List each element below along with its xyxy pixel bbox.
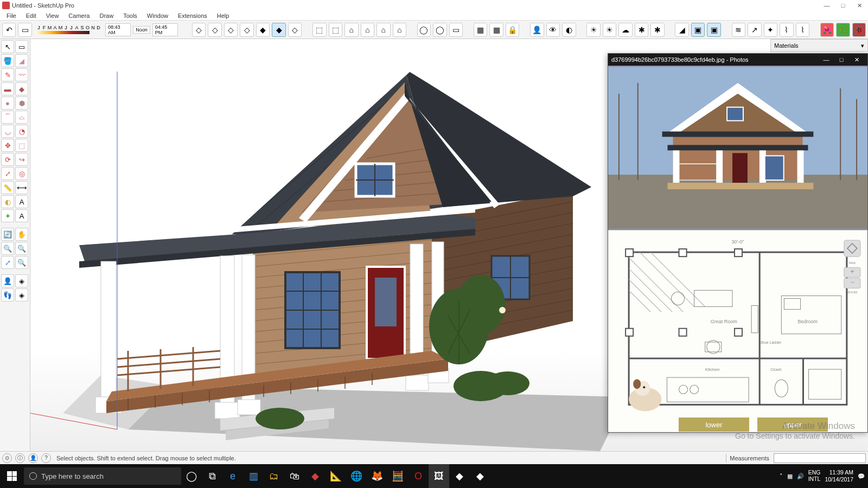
photos-maximize-button[interactable]: □ [834, 56, 849, 63]
style-wireframe-button[interactable]: ◇ [224, 23, 238, 37]
close-button[interactable]: ✕ [856, 2, 863, 9]
arc-tool[interactable]: ⌒ [1, 111, 14, 124]
line-tool[interactable]: ✎ [1, 68, 14, 81]
previous-tool[interactable]: 🔍 [15, 256, 28, 269]
cortana-icon[interactable]: ◯ [181, 464, 202, 488]
view-back-button[interactable]: ⌂ [376, 23, 390, 37]
arc3-tool[interactable]: ◡ [1, 125, 14, 138]
photos-icon[interactable]: 🖼 [429, 464, 449, 488]
select-tool[interactable]: ↖ [1, 40, 14, 53]
view-front-button[interactable]: ⌂ [344, 23, 358, 37]
lookaround-tool[interactable]: 👣 [1, 288, 14, 301]
rectangle-tool-button[interactable]: ▭ [449, 23, 463, 37]
shadow-time-noon[interactable]: Noon [133, 26, 150, 34]
maximize-button[interactable]: □ [840, 2, 846, 9]
tray-chevron-icon[interactable]: ˄ [780, 473, 783, 479]
offset-tool[interactable]: ◎ [15, 167, 28, 180]
start-button[interactable] [0, 464, 24, 488]
circle-tool[interactable]: ● [1, 97, 14, 110]
rotate-tool[interactable]: ⟳ [1, 153, 14, 166]
rotated-rect-tool[interactable]: ◆ [15, 82, 28, 95]
layers-button[interactable]: ≋ [732, 23, 745, 37]
settings-button[interactable]: ✱ [635, 23, 648, 37]
materials-panel[interactable]: Materials ▾ [770, 39, 868, 52]
photos-minimize-button[interactable]: — [819, 56, 834, 63]
materials-close-icon[interactable]: ▾ [861, 42, 864, 49]
zoom-tool[interactable]: 🔍 [1, 242, 14, 255]
component-tool[interactable]: ▭ [15, 40, 28, 53]
arc2-tool[interactable]: ⌓ [15, 111, 28, 124]
pie-tool[interactable]: ◔ [15, 125, 28, 138]
app-icon-3[interactable]: ◆ [449, 464, 470, 488]
view-right-button[interactable]: ⌂ [361, 23, 374, 37]
menu-edit[interactable]: Edit [22, 11, 41, 20]
shadow-time-right[interactable]: 04:45 PM [152, 23, 178, 36]
photos-window[interactable]: d3769994b26bc0793733be80c9cfd4eb.jpg - P… [608, 53, 868, 433]
dimension-tool[interactable]: ⟷ [15, 181, 28, 194]
status-user-icon[interactable]: 👤 [28, 453, 38, 463]
firefox-icon[interactable]: 🦊 [367, 464, 387, 488]
plugin2-button[interactable]: ⌇ [796, 23, 809, 37]
menu-draw[interactable]: Draw [95, 11, 118, 20]
menu-file[interactable]: File [2, 11, 21, 20]
measurements-input[interactable] [774, 453, 866, 463]
move-tool[interactable]: ✥ [1, 139, 14, 152]
extension1-button[interactable]: 🌺 [820, 23, 834, 37]
look-button[interactable]: 👁 [546, 23, 560, 37]
paint-tool[interactable]: 🪣 [1, 54, 14, 67]
extension3-button[interactable]: 🐞 [852, 23, 866, 37]
calculator-icon[interactable]: 🧮 [387, 464, 408, 488]
sandbox-button[interactable]: ◢ [675, 23, 688, 37]
orbit-tool[interactable]: 🔄 [1, 228, 14, 241]
polygon-tool[interactable]: ⬢ [15, 97, 28, 110]
menu-extensions[interactable]: Extensions [174, 11, 212, 20]
status-credits-icon[interactable]: ⓘ [15, 453, 25, 463]
circle-tool-button[interactable]: ◯ [417, 23, 431, 37]
pushpull-tool[interactable]: ⬚ [15, 139, 28, 152]
3dtext-tool[interactable]: A [15, 209, 28, 222]
shadow-time-left[interactable]: 08:43 AM [105, 23, 131, 36]
style-monochrome-button[interactable]: ◇ [288, 23, 302, 37]
floorplan-upper-button[interactable]: upper [757, 418, 828, 432]
style-hiddenline-button[interactable]: ◇ [240, 23, 253, 37]
undo-button[interactable]: ↶ [2, 23, 16, 37]
group-button[interactable]: ▦ [474, 23, 487, 37]
opera-icon[interactable]: O [408, 464, 429, 488]
zoomwindow-tool[interactable]: 🔍 [15, 242, 28, 255]
minimize-button[interactable]: — [824, 2, 830, 9]
chrome-icon[interactable]: 🌐 [346, 464, 367, 488]
fog-button[interactable]: ☁ [618, 23, 632, 37]
status-geolocation-icon[interactable]: ⊙ [2, 453, 12, 463]
shadow-button[interactable]: ☀ [603, 23, 616, 37]
axes-tool[interactable]: ✦ [1, 209, 14, 222]
style-backedges-button[interactable]: ◇ [208, 23, 221, 37]
polygon-tool-button[interactable]: ◯ [433, 23, 446, 37]
taskview-icon[interactable]: ⧉ [202, 464, 222, 488]
scenes-button[interactable]: ✦ [764, 23, 777, 37]
pan-tool[interactable]: ✋ [15, 228, 28, 241]
tray-network-icon[interactable]: ▦ [787, 473, 793, 479]
sketchup-icon[interactable]: ◆ [305, 464, 326, 488]
style-shaded-button[interactable]: ◆ [256, 23, 270, 37]
edge-icon[interactable]: e [222, 464, 243, 488]
extension2-button[interactable]: 🌿 [836, 23, 850, 37]
menu-camera[interactable]: Camera [64, 11, 94, 20]
app-icon-4[interactable]: ◆ [470, 464, 490, 488]
sun-button[interactable]: ☀ [586, 23, 600, 37]
sandbox2-button[interactable]: ▣ [691, 23, 705, 37]
photos-close-button[interactable]: ✕ [849, 56, 864, 63]
section-plane-tool[interactable]: ◈ [15, 288, 28, 301]
view-top-button[interactable]: ⬚ [329, 23, 342, 37]
view-left-button[interactable]: ⌂ [393, 23, 406, 37]
app-icon-2[interactable]: 📐 [326, 464, 346, 488]
taskbar-search[interactable]: Type here to search [24, 467, 181, 485]
floorplan-lower-button[interactable]: lower [679, 418, 749, 432]
tape-tool[interactable]: 📏 [1, 181, 14, 194]
system-tray[interactable]: ˄ ▦ 🔊 ENG INTL 11:39 AM 10/14/2017 💬 [780, 469, 868, 483]
tray-time[interactable]: 11:39 AM [825, 469, 853, 476]
shadow-month-strip[interactable]: JFMAMJJASOND [34, 25, 103, 30]
style-xray-button[interactable]: ◇ [192, 23, 206, 37]
menu-help[interactable]: Help [213, 11, 234, 20]
app-icon-1[interactable]: ▥ [243, 464, 264, 488]
followme-tool[interactable]: ↪ [15, 153, 28, 166]
